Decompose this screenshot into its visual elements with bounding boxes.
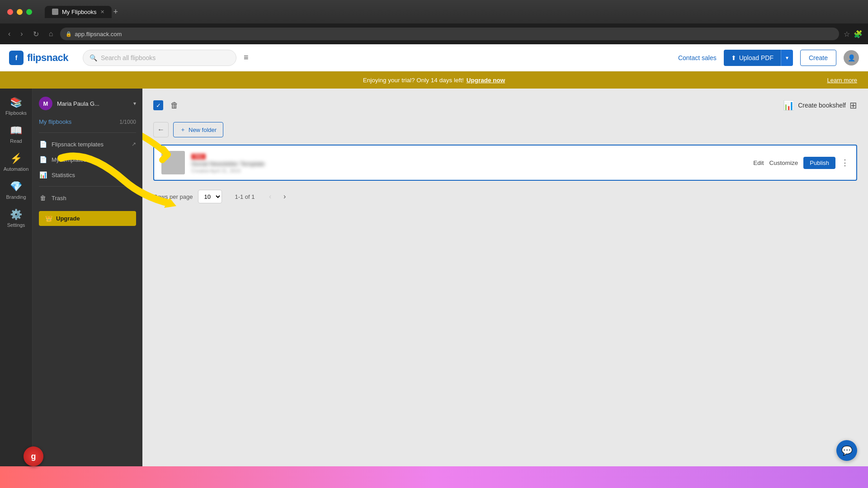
user-header[interactable]: M Maria Paula G... ▾ bbox=[33, 92, 142, 115]
my-flipbooks-count: 1/1000 bbox=[119, 119, 136, 125]
settings-icon: ⚙️ bbox=[10, 209, 22, 221]
sidebar-item-my-templates[interactable]: 📄 My templates bbox=[33, 152, 142, 167]
divider-2 bbox=[39, 186, 136, 187]
settings-label: Settings bbox=[7, 222, 25, 228]
logo-text: flipsnack bbox=[27, 52, 68, 64]
create-bookshelf-label: Create bookshelf bbox=[798, 102, 846, 109]
avatar[interactable]: 👤 bbox=[844, 50, 859, 66]
grader-widget[interactable]: g bbox=[24, 446, 43, 466]
create-bookshelf-btn[interactable]: 📊 Create bookshelf bbox=[783, 100, 846, 111]
templates-icon: 📄 bbox=[39, 141, 47, 148]
rows-per-page-label: Rows per page bbox=[153, 193, 193, 200]
pagination-row: Rows per page 10 25 50 1-1 of 1 ‹ › bbox=[153, 190, 857, 203]
filter-btn[interactable]: ≡ bbox=[244, 53, 249, 62]
address-bar[interactable]: 🔒 app.flipsnack.com bbox=[60, 28, 839, 40]
back-folder-btn[interactable]: ← bbox=[153, 122, 169, 137]
create-btn[interactable]: Create bbox=[800, 50, 836, 66]
flipbook-actions: Edit Customize Publish ⋮ bbox=[753, 157, 849, 169]
edit-link[interactable]: Edit bbox=[753, 160, 764, 166]
grid-view-btn[interactable]: ⊞ bbox=[849, 100, 857, 111]
flipbooks-icon: 📚 bbox=[10, 97, 22, 108]
sidebar-item-flipsnack-templates[interactable]: 📄 Flipsnack templates ↗ bbox=[33, 136, 142, 152]
new-tab-btn[interactable]: + bbox=[113, 7, 118, 17]
minimize-window-btn[interactable] bbox=[17, 9, 23, 15]
divider-1 bbox=[39, 132, 136, 133]
forward-btn[interactable]: › bbox=[18, 28, 25, 40]
bottom-gradient-bar bbox=[0, 466, 868, 488]
chat-support-btn[interactable]: 💬 bbox=[836, 440, 857, 461]
active-tab[interactable]: My Flipbooks ✕ bbox=[45, 6, 112, 18]
user-avatar: M bbox=[39, 97, 52, 110]
search-placeholder: Search all flipbooks bbox=[101, 54, 156, 61]
customize-link[interactable]: Customize bbox=[769, 160, 798, 166]
bookshelf-icon: 📊 bbox=[783, 100, 794, 111]
browser-actions: ☆ 🧩 bbox=[844, 30, 863, 38]
flipbooks-label: Flipbooks bbox=[5, 110, 27, 116]
contact-sales-link[interactable]: Contact sales bbox=[678, 54, 717, 61]
sidebar-item-trash[interactable]: 🗑 Trash bbox=[33, 190, 142, 206]
flipbook-list: TAG Social Newsletter Template Created A… bbox=[153, 145, 857, 181]
my-flipbooks-label: My flipbooks bbox=[39, 118, 119, 125]
sidebar-item-read[interactable]: 📖 Read bbox=[0, 120, 33, 148]
branding-label: Branding bbox=[6, 194, 26, 200]
branding-icon: 💎 bbox=[10, 181, 22, 192]
upgrade-now-link[interactable]: Upgrade now bbox=[467, 77, 505, 84]
new-folder-label: New folder bbox=[189, 127, 217, 133]
back-btn[interactable]: ‹ bbox=[5, 28, 13, 40]
sidebar-item-branding[interactable]: 💎 Branding bbox=[0, 176, 33, 204]
next-page-btn[interactable]: › bbox=[278, 190, 291, 203]
prev-page-btn[interactable]: ‹ bbox=[264, 190, 277, 203]
sidebar-item-flipbooks[interactable]: 📚 Flipbooks bbox=[0, 92, 33, 120]
address-text: app.flipsnack.com bbox=[75, 31, 122, 38]
maximize-window-btn[interactable] bbox=[26, 9, 32, 15]
sidebar-item-settings[interactable]: ⚙️ Settings bbox=[0, 204, 33, 232]
my-templates-icon: 📄 bbox=[39, 156, 47, 163]
select-all-checkbox[interactable]: ✓ bbox=[153, 100, 163, 110]
sidebar-right: M Maria Paula G... ▾ My flipbooks 1/1000… bbox=[33, 89, 142, 466]
tab-title: My Flipbooks bbox=[62, 9, 97, 15]
automation-icon: ⚡ bbox=[10, 153, 22, 164]
sidebar-item-automation[interactable]: ⚡ Automation bbox=[0, 148, 33, 176]
window-controls[interactable] bbox=[7, 9, 32, 15]
lock-icon: 🔒 bbox=[66, 31, 72, 37]
tab-favicon bbox=[52, 9, 58, 15]
bookmark-icon[interactable]: ☆ bbox=[844, 30, 850, 38]
learn-more-link[interactable]: Learn more bbox=[827, 77, 857, 84]
more-options-btn[interactable]: ⋮ bbox=[841, 158, 849, 168]
new-folder-btn[interactable]: ＋ New folder bbox=[173, 122, 223, 137]
top-nav: f flipsnack 🔍 Search all flipbooks ≡ Con… bbox=[0, 44, 868, 71]
my-templates-label: My templates bbox=[52, 156, 86, 163]
upload-pdf-label: Upload PDF bbox=[739, 54, 774, 61]
extensions-icon[interactable]: 🧩 bbox=[854, 30, 863, 38]
logo: f flipsnack bbox=[9, 51, 68, 65]
close-window-btn[interactable] bbox=[7, 9, 13, 15]
flipbook-title: Social Newsletter Template bbox=[191, 160, 747, 167]
page-nav: ‹ › bbox=[264, 190, 291, 203]
home-btn[interactable]: ⌂ bbox=[46, 28, 56, 40]
browser-chrome: ‹ › ↻ ⌂ 🔒 app.flipsnack.com ☆ 🧩 bbox=[0, 23, 868, 44]
page-info: 1-1 of 1 bbox=[235, 193, 255, 200]
toolbar-row: ✓ 🗑 📊 Create bookshelf ⊞ bbox=[153, 98, 857, 113]
upgrade-label: Upgrade bbox=[56, 215, 80, 222]
grader-icon: g bbox=[31, 452, 36, 461]
sidebar-left: 📚 Flipbooks 📖 Read ⚡ Automation 💎 Brandi… bbox=[0, 89, 33, 466]
delete-selected-btn[interactable]: 🗑 bbox=[167, 98, 182, 113]
sidebar-item-statistics[interactable]: 📊 Statistics bbox=[33, 167, 142, 183]
trial-banner: Enjoying your trial? Only 14 days left! … bbox=[0, 71, 868, 89]
upload-pdf-btn[interactable]: ⬆ Upload PDF bbox=[724, 50, 781, 66]
my-flipbooks-row[interactable]: My flipbooks 1/1000 bbox=[33, 115, 142, 129]
rows-per-page-select[interactable]: 10 25 50 bbox=[198, 190, 222, 203]
search-bar[interactable]: 🔍 Search all flipbooks bbox=[83, 50, 236, 66]
upload-pdf-dropdown-btn[interactable]: ▾ bbox=[781, 50, 793, 66]
logo-icon: f bbox=[9, 51, 24, 65]
app-wrapper: f flipsnack 🔍 Search all flipbooks ≡ Con… bbox=[0, 44, 868, 488]
flipbook-info: TAG Social Newsletter Template Created A… bbox=[191, 152, 747, 174]
publish-btn[interactable]: Publish bbox=[803, 157, 835, 169]
flipbook-thumbnail bbox=[161, 151, 185, 174]
refresh-btn[interactable]: ↻ bbox=[30, 28, 42, 40]
upgrade-btn-sidebar[interactable]: 👑 Upgrade bbox=[39, 211, 136, 226]
user-chevron-icon: ▾ bbox=[133, 100, 136, 107]
main-area: 📚 Flipbooks 📖 Read ⚡ Automation 💎 Brandi… bbox=[0, 89, 868, 466]
folder-row: ← ＋ New folder bbox=[153, 122, 857, 137]
tab-close-btn[interactable]: ✕ bbox=[100, 9, 104, 15]
